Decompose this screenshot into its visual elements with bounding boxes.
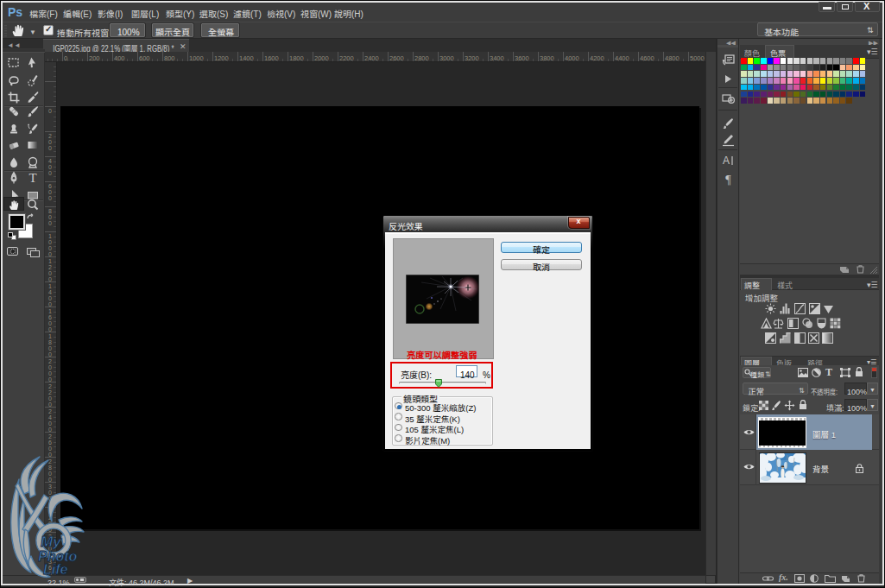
svg-text:¶: ¶ <box>725 174 731 187</box>
svg-text:Life: Life <box>43 562 68 577</box>
svg-text:My: My <box>41 534 62 550</box>
svg-text:A: A <box>723 155 730 167</box>
svg-text:T: T <box>28 171 36 185</box>
